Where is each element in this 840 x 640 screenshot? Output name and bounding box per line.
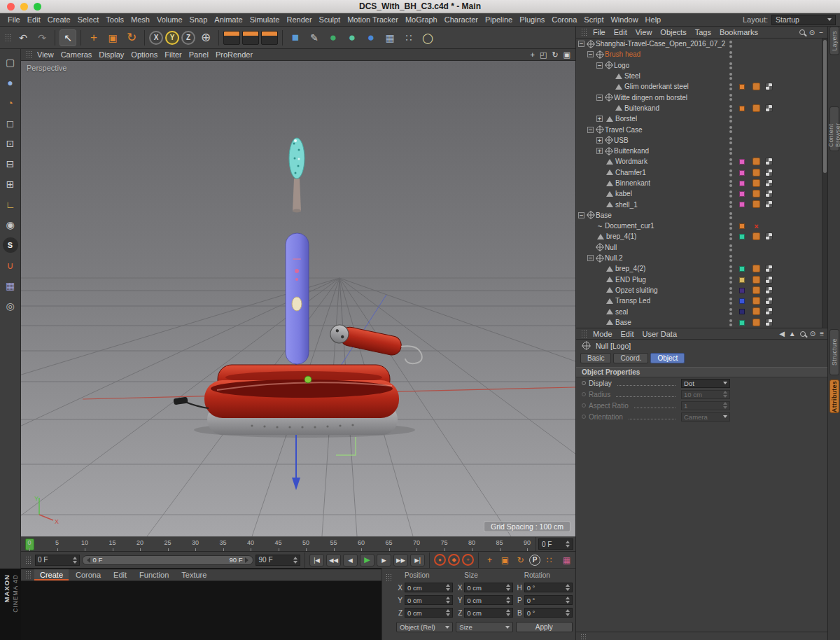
texture-tag[interactable] [752, 83, 760, 90]
phong-tag[interactable] [765, 158, 773, 165]
viewport-menu-prorender[interactable]: ProRender [212, 50, 256, 60]
layer-color-swatch[interactable] [739, 309, 745, 314]
menu-motion-tracker[interactable]: Motion Tracker [344, 15, 402, 25]
snap-icon[interactable]: S [3, 237, 18, 253]
visibility-dots[interactable] [729, 105, 732, 112]
phong-tag[interactable] [765, 104, 773, 112]
menu-mograph[interactable]: MoGraph [402, 15, 441, 25]
rotate-tool-icon[interactable]: ↻ [123, 29, 140, 46]
visibility-dots[interactable] [729, 126, 732, 133]
anim-dot-icon[interactable] [582, 403, 586, 408]
visibility-dots[interactable] [729, 41, 732, 48]
texture-tag[interactable] [752, 265, 760, 272]
material-manager-content[interactable] [21, 581, 382, 640]
workplane-lock-icon[interactable]: ▦ [3, 278, 18, 293]
object-row-wordmark[interactable]: Wordmark [576, 156, 822, 167]
value-stepper[interactable] [506, 584, 510, 591]
next-key-button[interactable]: ▶▶ [393, 554, 408, 566]
layer-color-swatch[interactable] [739, 234, 745, 239]
visibility-dots[interactable] [729, 169, 732, 176]
current-frame-field[interactable]: 0 F [35, 555, 80, 566]
zoom-window-button[interactable] [34, 3, 41, 11]
mograph-icon[interactable]: ● [344, 29, 360, 46]
material-tab-texture[interactable]: Texture [176, 569, 212, 580]
phong-tag[interactable] [765, 179, 773, 187]
value-stepper[interactable] [723, 402, 727, 409]
goto-end-button[interactable]: ▶| [410, 554, 425, 566]
size-x-input[interactable]: 0 cm [464, 583, 512, 592]
object-row-null[interactable]: Null [576, 242, 822, 253]
om-menu-view[interactable]: View [631, 28, 657, 36]
workplane-mode-icon[interactable]: ◻ [3, 116, 18, 131]
panel-handle[interactable] [386, 573, 391, 582]
object-row-base[interactable]: Base [576, 317, 822, 328]
menu-simulate[interactable]: Simulate [246, 15, 284, 25]
object-row-buitenkand[interactable]: +Buitenkand [576, 146, 822, 156]
object-row-base[interactable]: −Base [576, 210, 822, 221]
object-row-usb[interactable]: +USB [576, 135, 822, 146]
visibility-dots[interactable] [729, 212, 732, 219]
minimize-window-button[interactable] [20, 3, 28, 11]
rotate-view-icon[interactable]: ↻ [552, 50, 558, 60]
object-row-brep-4-1[interactable]: brep_4(1) [576, 231, 822, 242]
make-editable-icon[interactable]: ▢ [3, 55, 18, 70]
value-stepper[interactable] [723, 391, 727, 398]
record-position-toggle[interactable]: + [483, 554, 496, 566]
property-dropdown-orientation[interactable]: Camera [681, 412, 730, 422]
visibility-dots[interactable] [729, 83, 732, 90]
texture-tag[interactable] [752, 232, 760, 240]
texture-mode-icon[interactable]: ◔ [3, 95, 18, 111]
side-tab-attributes[interactable]: Attributes [830, 380, 839, 413]
menu-file[interactable]: File [4, 15, 24, 25]
spline-pen-icon[interactable]: ✎ [306, 29, 323, 46]
visibility-dots[interactable] [729, 190, 732, 197]
camera-icon[interactable]: ∷ [400, 29, 417, 46]
next-frame-button[interactable]: ▶ [377, 554, 391, 566]
visibility-dots[interactable] [729, 298, 732, 305]
navigate-up-icon[interactable]: ▲ [789, 330, 796, 338]
texture-tag[interactable] [752, 190, 760, 197]
panel-menu-icon[interactable]: ≡ [820, 330, 824, 338]
am-menu-edit[interactable]: Edit [617, 330, 638, 338]
menu-plugins[interactable]: Plugins [516, 15, 548, 25]
anim-dot-icon[interactable] [582, 381, 586, 385]
menu-edit[interactable]: Edit [24, 15, 44, 25]
phong-tag[interactable] [765, 307, 773, 315]
viewport-view-label[interactable]: Perspective [27, 64, 66, 72]
prev-key-button[interactable]: ◀◀ [326, 554, 341, 566]
goto-start-button[interactable]: |◀ [309, 554, 324, 566]
lock-icon[interactable]: ⊙ [810, 330, 816, 338]
object-row-brep-4-2[interactable]: brep_4(2) [576, 263, 822, 274]
phong-tag[interactable] [765, 169, 773, 176]
om-menu-edit[interactable]: Edit [610, 28, 631, 36]
menu-snap[interactable]: Snap [186, 15, 211, 25]
live-selection-icon[interactable]: ↖ [59, 29, 76, 46]
toothbrush-model[interactable] [286, 233, 309, 364]
add-cube-icon[interactable]: ■ [287, 29, 304, 46]
subdivision-surface-icon[interactable]: ● [325, 29, 342, 46]
expand-toggle[interactable]: + [596, 116, 603, 122]
search-icon[interactable] [800, 331, 806, 337]
pan-view-icon[interactable]: + [531, 50, 535, 60]
texture-tag[interactable] [752, 319, 760, 326]
menu-script[interactable]: Script [580, 15, 607, 25]
object-row-brush-head[interactable]: −Brush head [576, 49, 822, 60]
property-input-aspect-ratio[interactable]: 1 [681, 401, 730, 410]
layer-color-swatch[interactable] [739, 298, 745, 304]
texture-tag[interactable] [752, 276, 760, 284]
viewport-menu-panel[interactable]: Panel [186, 50, 212, 60]
phong-tag[interactable] [765, 200, 773, 208]
phong-tag[interactable] [765, 190, 773, 197]
size-dropdown[interactable]: Size [456, 622, 512, 632]
menu-select[interactable]: Select [74, 15, 103, 25]
phong-tag[interactable] [765, 83, 773, 90]
ruler-frame-field[interactable]: 0 F [538, 538, 573, 550]
material-tab-create[interactable]: Create [34, 569, 69, 580]
expand-toggle[interactable]: − [596, 95, 603, 101]
layer-color-swatch[interactable] [739, 170, 745, 176]
record-keyframe-button[interactable]: ● [434, 554, 446, 566]
visibility-dots[interactable] [729, 51, 732, 58]
object-row-shanghai-travel-case-open-2016-07-27-stp-1[interactable]: −Shanghai-Travel-Case_Open_2016_07_27.st… [576, 39, 822, 49]
object-row-logo[interactable]: −Logo [576, 60, 822, 71]
object-row-transp-led[interactable]: Transp Led [576, 295, 822, 306]
